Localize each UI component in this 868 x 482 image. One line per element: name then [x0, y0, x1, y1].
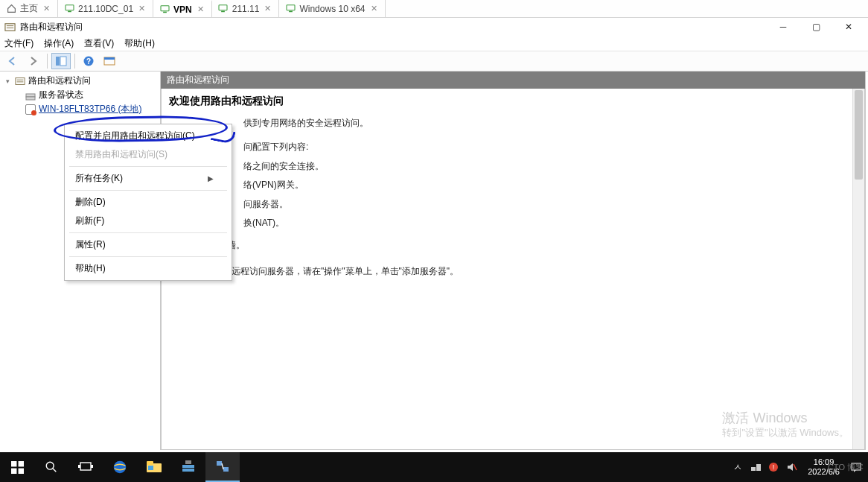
search-button[interactable] — [34, 452, 68, 482]
vmtab-label: Windows 10 x64 — [299, 4, 365, 14]
svg-rect-0 — [66, 5, 74, 10]
taskbar-rras[interactable] — [205, 452, 240, 482]
svg-rect-8 — [5, 23, 15, 30]
rras-icon — [15, 76, 25, 86]
help-button[interactable]: ? — [79, 53, 98, 69]
svg-rect-15 — [16, 77, 25, 84]
svg-rect-19 — [18, 461, 23, 466]
taskview-button[interactable] — [68, 452, 103, 482]
taskbar-ie[interactable] — [103, 452, 137, 482]
svg-rect-25 — [78, 465, 80, 468]
content-title: 欢迎使用路由和远程访问 — [169, 95, 857, 108]
tray-overflow[interactable]: ㅅ — [732, 461, 744, 473]
vmtab-label: 211.10DC_01 — [78, 4, 133, 14]
toolbar-extra-button[interactable] — [100, 53, 119, 69]
monitor-icon — [64, 4, 74, 14]
tray-sound-icon[interactable] — [785, 461, 797, 473]
content-bullet: 络(VPN)网关。 — [243, 177, 857, 192]
close-icon[interactable]: ✕ — [42, 4, 51, 13]
svg-rect-2 — [161, 6, 169, 11]
back-button[interactable] — [3, 53, 22, 69]
svg-rect-7 — [289, 11, 293, 13]
svg-text:!: ! — [773, 463, 775, 471]
toolbar: ? — [0, 51, 868, 72]
svg-line-23 — [53, 469, 57, 472]
app-icon — [4, 22, 16, 33]
window-title: 路由和远程访问 — [20, 21, 83, 34]
ctx-delete[interactable]: 删除(D) — [65, 193, 232, 212]
close-icon[interactable]: ✕ — [263, 4, 272, 13]
svg-rect-21 — [18, 468, 23, 473]
menu-action[interactable]: 操作(A) — [44, 37, 74, 50]
ctx-properties[interactable]: 属性(R) — [65, 235, 232, 254]
svg-rect-20 — [11, 468, 16, 473]
svg-rect-37 — [751, 467, 756, 471]
window-controls: ─ ▢ ✕ — [767, 18, 865, 36]
expand-icon[interactable]: ▾ — [3, 77, 12, 85]
close-button[interactable]: ✕ — [832, 18, 865, 36]
maximize-button[interactable]: ▢ — [800, 18, 832, 36]
tree-server-status[interactable]: 服务器状态 — [1, 88, 159, 102]
system-tray: ㅅ ! 16:09 2022/6/6 CTO 博客 — [726, 452, 868, 482]
taskbar-explorer[interactable] — [137, 452, 171, 482]
ctx-all-tasks[interactable]: 所有任务(K)▶ — [65, 169, 232, 188]
svg-rect-1 — [68, 11, 71, 13]
svg-rect-6 — [287, 5, 295, 10]
svg-rect-14 — [104, 57, 115, 60]
svg-rect-18 — [11, 461, 16, 466]
tree-root[interactable]: ▾ 路由和远程访问 — [1, 74, 159, 88]
home-icon — [6, 4, 16, 14]
minimize-button[interactable]: ─ — [767, 18, 800, 36]
start-button[interactable] — [0, 452, 34, 482]
content-bullet: 问服务器。 — [243, 197, 857, 212]
svg-line-36 — [222, 463, 223, 469]
vmtab-21111[interactable]: 211.11 ✕ — [212, 0, 280, 17]
ctx-disable: 禁用路由和远程访问(S) — [65, 145, 232, 164]
context-menu: 配置并启用路由和远程访问(C) 禁用路由和远程访问(S) 所有任务(K)▶ 删除… — [64, 124, 232, 281]
tray-warning-icon[interactable]: ! — [768, 461, 779, 473]
menu-file[interactable]: 文件(F) — [4, 37, 33, 50]
tree-server-label: WIN-18FLT83TP66 (本地) — [39, 103, 141, 115]
svg-rect-10 — [60, 57, 66, 66]
vmtab-win10[interactable]: Windows 10 x64 ✕ — [279, 0, 385, 17]
svg-rect-32 — [182, 469, 194, 472]
tree-status-label: 服务器状态 — [39, 89, 83, 101]
svg-rect-24 — [80, 463, 91, 470]
vmtab-home[interactable]: 主页 ✕ — [0, 0, 58, 17]
submenu-arrow-icon: ▶ — [208, 174, 214, 183]
svg-rect-29 — [147, 461, 153, 465]
content-line: 供到专用网络的安全远程访问。 — [243, 115, 857, 130]
show-hide-tree-button[interactable] — [51, 53, 71, 69]
vmtab-dc01[interactable]: 211.10DC_01 ✕ — [58, 0, 153, 17]
content-firewall: #149 基本防火墙。 — [169, 238, 857, 253]
content-pane: 路由和远程访问 欢迎使用路由和远程访问 供到专用网络的安全远程访问。 问配置下列… — [161, 72, 866, 450]
monitor-icon — [285, 4, 296, 14]
ctx-configure-enable[interactable]: 配置并启用路由和远程访问(C) — [65, 127, 232, 145]
close-icon[interactable]: ✕ — [137, 4, 147, 13]
close-icon[interactable]: ✕ — [369, 4, 379, 13]
forward-button[interactable] — [24, 53, 43, 69]
ctx-help[interactable]: 帮助(H) — [65, 259, 232, 278]
svg-rect-34 — [217, 461, 222, 466]
svg-point-22 — [46, 462, 54, 469]
vmtab-label: VPN — [173, 4, 192, 15]
ctx-refresh[interactable]: 刷新(F) — [65, 212, 232, 230]
scrollbar-thumb[interactable] — [855, 90, 863, 180]
content-tip: 若要添加路由和远程访问服务器，请在"操作"菜单上，单击"添加服务器"。 — [169, 264, 857, 279]
content-bullet: 换(NAT)。 — [243, 215, 857, 230]
vmtab-label: 主页 — [20, 2, 38, 15]
menu-view[interactable]: 查看(V) — [84, 37, 114, 50]
monitor-icon — [159, 4, 170, 15]
vmware-tab-bar: 主页 ✕ 211.10DC_01 ✕ VPN ✕ 211.11 ✕ Window… — [0, 0, 868, 18]
menu-help[interactable]: 帮助(H) — [124, 37, 155, 50]
taskbar-server-manager[interactable] — [171, 452, 205, 482]
svg-rect-5 — [221, 11, 225, 13]
close-icon[interactable]: ✕ — [196, 4, 205, 14]
svg-rect-17 — [26, 97, 35, 100]
vertical-scrollbar[interactable] — [852, 89, 864, 449]
tree-server-node[interactable]: WIN-18FLT83TP66 (本地) — [1, 102, 159, 116]
content-line: 问配置下列内容: — [243, 139, 857, 154]
vmtab-vpn[interactable]: VPN ✕ — [153, 0, 212, 17]
tray-network-icon[interactable] — [750, 461, 762, 473]
svg-point-27 — [114, 461, 127, 474]
